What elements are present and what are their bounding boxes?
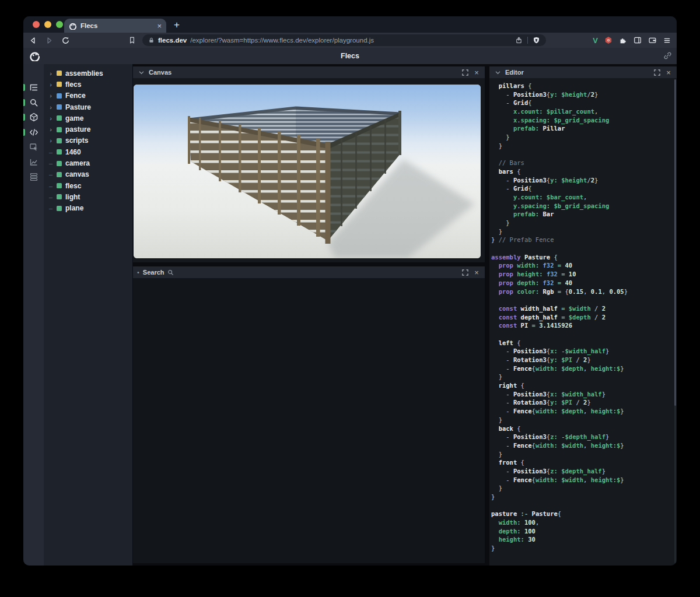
collapsed-marker[interactable]: • [137,269,139,276]
tree-item-canvas[interactable]: –canvas [44,169,132,180]
code-line: prop height: f32 = 10 [491,270,672,279]
code-line: prop color: Rgb = {0.15, 0.1, 0.05} [491,287,672,296]
canvas-tool-button[interactable] [23,113,44,122]
tab-close-icon[interactable]: × [157,22,162,30]
minimize-window-button[interactable] [44,21,51,28]
entity-label: flesc [65,182,81,190]
entity-label: light [65,193,80,201]
tree-item-Pasture[interactable]: ›Pasture [44,101,132,113]
flecs-favicon-icon [69,22,76,30]
expand-chevron-icon[interactable]: › [48,104,53,111]
search-tool-button[interactable] [23,98,44,107]
code-line: prefab: Bar [491,210,672,219]
entity-label: camera [65,159,90,167]
sidebar-toggle-icon[interactable] [634,36,642,44]
forward-button[interactable] [42,34,56,46]
share-icon[interactable] [515,36,523,44]
tree-item-camera[interactable]: –camera [44,157,132,168]
code-line: - Rotation3{y: $PI / 2} [491,398,672,407]
bookmark-icon[interactable] [126,34,138,46]
browser-toolbar: flecs.dev /explorer/?wasm=https://www.fl… [23,33,677,48]
tree-item-Fence[interactable]: ›Fence [44,90,132,101]
code-line: const PI = 3.1415926 [491,321,672,330]
close-window-button[interactable] [33,21,40,28]
stats-tool-button[interactable] [23,157,44,167]
menu-icon[interactable] [663,37,671,44]
entity-kind-swatch [57,206,62,211]
code-line: right { [491,381,672,390]
back-button[interactable] [26,34,40,46]
new-tab-button[interactable]: + [169,18,184,32]
leaf-dash-icon: – [48,160,53,167]
url-bar[interactable]: flecs.dev /explorer/?wasm=https://www.fl… [142,34,546,46]
code-line: - Position3{x: -$width_half} [491,347,672,356]
browser-tab[interactable]: Flecs × [64,19,166,33]
extensions-puzzle-icon[interactable] [619,36,627,44]
expand-chevron-icon[interactable]: › [48,115,53,122]
search-panel: • Search × [133,266,485,563]
inspector-tool-button[interactable] [23,142,44,152]
code-line: } [491,373,672,381]
tree-item-plane[interactable]: –plane [44,203,132,214]
code-line: } // Prefab Fence [491,236,672,244]
canvas-panel-title: Canvas [149,69,172,76]
collapse-chevron-icon[interactable] [494,71,502,75]
search-results-area[interactable] [133,278,485,563]
red-badge-icon[interactable] [604,36,612,44]
code-line: const width_half = $width / 2 [491,304,672,313]
tree-item-scripts[interactable]: ›scripts [44,135,132,146]
entity-kind-swatch [57,71,62,76]
code-line: - Fence{width: $width, height:$} [491,476,672,484]
search-panel-title: Search [143,269,164,276]
close-panel-icon[interactable]: × [473,269,481,276]
fullscreen-icon[interactable] [461,69,469,76]
tree-item-pasture[interactable]: ›pasture [44,124,132,135]
code-line: depth: 100 [491,527,672,536]
expand-chevron-icon[interactable]: › [48,81,53,88]
reload-button[interactable] [58,34,72,46]
leaf-dash-icon: – [48,205,53,212]
expand-chevron-icon[interactable]: › [48,137,53,144]
code-line: prefab: Pillar [491,124,672,133]
queries-tool-button[interactable] [23,172,44,181]
script-tool-button[interactable] [23,128,44,137]
share-link-icon[interactable] [663,51,672,60]
code-line: back { [491,424,672,433]
editor-scrollbar[interactable] [674,79,676,563]
code-line: } [491,484,672,493]
traffic-lights [33,21,63,28]
expand-chevron-icon[interactable]: › [48,92,53,99]
browser-window: Flecs × + flecs.dev /explorer/?wasm=http… [23,16,677,566]
tree-item-flecs[interactable]: ›flecs [44,79,132,90]
canvas-panel-header: Canvas × [133,66,485,78]
tree-item-1460[interactable]: –1460 [44,146,132,157]
tree-item-flesc[interactable]: –flesc [44,180,132,191]
fullscreen-icon[interactable] [461,269,469,276]
expand-chevron-icon[interactable]: › [48,70,53,77]
close-panel-icon[interactable]: × [664,69,673,76]
code-line: - Fence{width: $depth, height:$} [491,364,672,373]
code-line: prop width: f32 = 40 [491,261,672,270]
lock-icon [148,37,155,44]
editor-code[interactable]: pillars { - Position3{y: $height/2} - Gr… [489,78,677,566]
zoom-window-button[interactable] [56,21,63,28]
outliner-tool-button[interactable] [23,83,44,92]
wallet-icon[interactable] [648,36,657,44]
entity-kind-swatch [57,161,62,166]
tree-item-game[interactable]: ›game [44,113,132,124]
editor-scrollbar-thumb[interactable] [674,79,676,406]
close-panel-icon[interactable]: × [473,69,481,76]
vue-devtools-icon[interactable]: V [593,36,598,45]
tree-item-light[interactable]: –light [44,191,132,202]
fullscreen-icon[interactable] [653,69,661,76]
tree-item-assemblies[interactable]: ›assemblies [44,68,132,79]
collapse-chevron-icon[interactable] [137,71,145,75]
entity-kind-swatch [57,127,62,132]
code-line [491,296,672,304]
code-line: x.spacing: $p_grid_spacing [491,116,672,125]
entity-label: Pasture [65,103,91,111]
canvas-3d-viewport[interactable] [134,85,481,258]
expand-chevron-icon[interactable]: › [48,126,53,133]
code-line: - Position3{z: -$depth_half} [491,433,672,441]
brave-shield-icon[interactable] [533,36,540,44]
